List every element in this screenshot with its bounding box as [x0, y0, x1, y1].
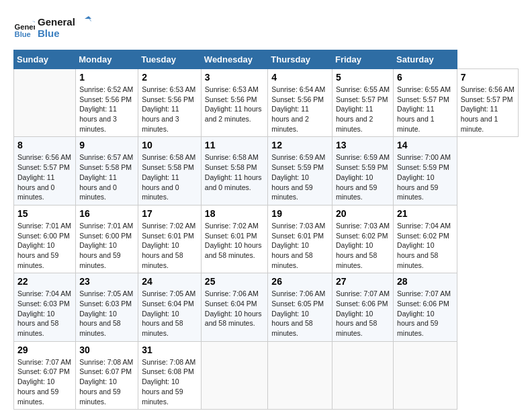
calendar-cell: 3Sunrise: 6:53 AM Sunset: 5:56 PM Daylig…	[201, 69, 268, 137]
calendar-cell: 29Sunrise: 7:07 AM Sunset: 6:07 PM Dayli…	[14, 341, 76, 409]
day-number: 1	[79, 72, 134, 83]
svg-text:Blue: Blue	[15, 30, 31, 38]
calendar-week-row: 15Sunrise: 7:01 AM Sunset: 6:00 PM Dayli…	[14, 205, 519, 273]
day-info: Sunrise: 6:56 AM Sunset: 5:57 PM Dayligh…	[17, 152, 72, 201]
day-number: 9	[79, 140, 134, 150]
day-number: 12	[271, 140, 328, 150]
logo: General Blue General Blue	[13, 13, 91, 43]
logo-icon: General Blue	[13, 17, 35, 39]
day-info: Sunrise: 7:03 AM Sunset: 6:01 PM Dayligh…	[271, 221, 328, 270]
day-number: 29	[17, 345, 72, 355]
day-of-week-header: Saturday	[394, 50, 457, 69]
day-number: 28	[397, 276, 453, 287]
day-number: 25	[205, 276, 265, 287]
svg-text:Blue: Blue	[38, 28, 60, 39]
calendar-cell	[268, 341, 332, 409]
svg-text:General: General	[38, 16, 75, 28]
day-info: Sunrise: 7:04 AM Sunset: 6:03 PM Dayligh…	[17, 289, 72, 338]
calendar-cell: 19Sunrise: 7:03 AM Sunset: 6:01 PM Dayli…	[268, 205, 332, 273]
day-info: Sunrise: 6:57 AM Sunset: 5:58 PM Dayligh…	[79, 152, 134, 201]
calendar-cell: 25Sunrise: 7:06 AM Sunset: 6:04 PM Dayli…	[201, 273, 268, 341]
page-header: General Blue General Blue	[13, 13, 519, 43]
day-info: Sunrise: 7:07 AM Sunset: 6:06 PM Dayligh…	[397, 289, 453, 338]
day-number: 26	[271, 276, 328, 287]
calendar-cell	[332, 341, 393, 409]
day-info: Sunrise: 6:52 AM Sunset: 5:56 PM Dayligh…	[79, 85, 134, 134]
day-info: Sunrise: 7:06 AM Sunset: 6:05 PM Dayligh…	[271, 289, 328, 338]
day-number: 22	[17, 276, 72, 287]
day-info: Sunrise: 7:01 AM Sunset: 6:00 PM Dayligh…	[17, 221, 72, 270]
calendar-cell: 2Sunrise: 6:53 AM Sunset: 5:56 PM Daylig…	[138, 69, 202, 137]
calendar-cell: 16Sunrise: 7:01 AM Sunset: 6:00 PM Dayli…	[76, 205, 138, 273]
day-info: Sunrise: 7:07 AM Sunset: 6:06 PM Dayligh…	[336, 289, 390, 338]
day-number: 8	[17, 140, 72, 150]
calendar-cell: 11Sunrise: 6:58 AM Sunset: 5:58 PM Dayli…	[201, 137, 268, 205]
calendar-cell: 24Sunrise: 7:05 AM Sunset: 6:04 PM Dayli…	[138, 273, 202, 341]
day-info: Sunrise: 6:58 AM Sunset: 5:58 PM Dayligh…	[205, 152, 265, 192]
calendar-cell: 8Sunrise: 6:56 AM Sunset: 5:57 PM Daylig…	[14, 137, 76, 205]
calendar-header-row: SundayMondayTuesdayWednesdayThursdayFrid…	[14, 50, 519, 69]
calendar-cell: 4Sunrise: 6:54 AM Sunset: 5:56 PM Daylig…	[268, 69, 332, 137]
day-info: Sunrise: 6:56 AM Sunset: 5:57 PM Dayligh…	[461, 85, 515, 134]
day-info: Sunrise: 7:05 AM Sunset: 6:04 PM Dayligh…	[142, 289, 197, 338]
day-number: 16	[79, 208, 134, 219]
svg-text:General: General	[15, 23, 35, 31]
calendar-cell	[14, 69, 76, 137]
calendar-cell: 30Sunrise: 7:08 AM Sunset: 6:07 PM Dayli…	[76, 341, 138, 409]
day-of-week-header: Monday	[76, 50, 138, 69]
day-number: 21	[397, 208, 453, 219]
calendar-cell: 18Sunrise: 7:02 AM Sunset: 6:01 PM Dayli…	[201, 205, 268, 273]
day-number: 30	[79, 345, 134, 355]
calendar-cell: 23Sunrise: 7:05 AM Sunset: 6:03 PM Dayli…	[76, 273, 138, 341]
day-number: 15	[17, 208, 72, 219]
calendar-cell: 15Sunrise: 7:01 AM Sunset: 6:00 PM Dayli…	[14, 205, 76, 273]
day-info: Sunrise: 6:58 AM Sunset: 5:58 PM Dayligh…	[142, 152, 197, 201]
day-number: 6	[397, 72, 453, 83]
calendar-cell: 28Sunrise: 7:07 AM Sunset: 6:06 PM Dayli…	[394, 273, 457, 341]
calendar-cell: 31Sunrise: 7:08 AM Sunset: 6:08 PM Dayli…	[138, 341, 202, 409]
calendar-cell: 14Sunrise: 7:00 AM Sunset: 5:59 PM Dayli…	[394, 137, 457, 205]
calendar-cell: 10Sunrise: 6:58 AM Sunset: 5:58 PM Dayli…	[138, 137, 202, 205]
calendar-cell: 6Sunrise: 6:55 AM Sunset: 5:57 PM Daylig…	[394, 69, 457, 137]
calendar-week-row: 1Sunrise: 6:52 AM Sunset: 5:56 PM Daylig…	[14, 69, 519, 137]
day-number: 19	[271, 208, 328, 219]
day-info: Sunrise: 6:55 AM Sunset: 5:57 PM Dayligh…	[336, 85, 390, 134]
day-number: 2	[142, 72, 197, 83]
calendar-cell: 12Sunrise: 6:59 AM Sunset: 5:59 PM Dayli…	[268, 137, 332, 205]
day-info: Sunrise: 6:55 AM Sunset: 5:57 PM Dayligh…	[397, 85, 453, 134]
calendar-week-row: 8Sunrise: 6:56 AM Sunset: 5:57 PM Daylig…	[14, 137, 519, 205]
day-info: Sunrise: 6:59 AM Sunset: 5:59 PM Dayligh…	[271, 152, 328, 201]
day-info: Sunrise: 7:04 AM Sunset: 6:02 PM Dayligh…	[397, 221, 453, 270]
calendar-cell: 26Sunrise: 7:06 AM Sunset: 6:05 PM Dayli…	[268, 273, 332, 341]
calendar-cell	[201, 341, 268, 409]
svg-marker-7	[85, 16, 91, 19]
calendar-cell: 7Sunrise: 6:56 AM Sunset: 5:57 PM Daylig…	[457, 69, 518, 137]
calendar-week-row: 29Sunrise: 7:07 AM Sunset: 6:07 PM Dayli…	[14, 341, 519, 409]
calendar-cell: 22Sunrise: 7:04 AM Sunset: 6:03 PM Dayli…	[14, 273, 76, 341]
calendar-table: SundayMondayTuesdayWednesdayThursdayFrid…	[13, 50, 519, 410]
day-number: 27	[336, 276, 390, 287]
calendar-cell: 21Sunrise: 7:04 AM Sunset: 6:02 PM Dayli…	[394, 205, 457, 273]
day-info: Sunrise: 7:06 AM Sunset: 6:04 PM Dayligh…	[205, 289, 265, 328]
day-number: 5	[336, 72, 390, 83]
day-number: 4	[271, 72, 328, 83]
day-number: 31	[142, 345, 197, 355]
day-number: 7	[461, 72, 515, 83]
day-of-week-header: Wednesday	[201, 50, 268, 69]
day-of-week-header: Sunday	[14, 50, 76, 69]
day-number: 11	[205, 140, 265, 150]
calendar-cell: 27Sunrise: 7:07 AM Sunset: 6:06 PM Dayli…	[332, 273, 393, 341]
day-number: 18	[205, 208, 265, 219]
day-of-week-header: Thursday	[268, 50, 332, 69]
day-info: Sunrise: 6:53 AM Sunset: 5:56 PM Dayligh…	[142, 85, 197, 134]
day-info: Sunrise: 7:02 AM Sunset: 6:01 PM Dayligh…	[205, 221, 265, 261]
day-number: 3	[205, 72, 265, 83]
day-info: Sunrise: 7:07 AM Sunset: 6:07 PM Dayligh…	[17, 357, 72, 406]
day-number: 17	[142, 208, 197, 219]
day-number: 23	[79, 276, 134, 287]
calendar-cell: 5Sunrise: 6:55 AM Sunset: 5:57 PM Daylig…	[332, 69, 393, 137]
day-info: Sunrise: 7:03 AM Sunset: 6:02 PM Dayligh…	[336, 221, 390, 270]
day-number: 10	[142, 140, 197, 150]
day-info: Sunrise: 6:54 AM Sunset: 5:56 PM Dayligh…	[271, 85, 328, 134]
day-info: Sunrise: 7:00 AM Sunset: 5:59 PM Dayligh…	[397, 152, 453, 201]
